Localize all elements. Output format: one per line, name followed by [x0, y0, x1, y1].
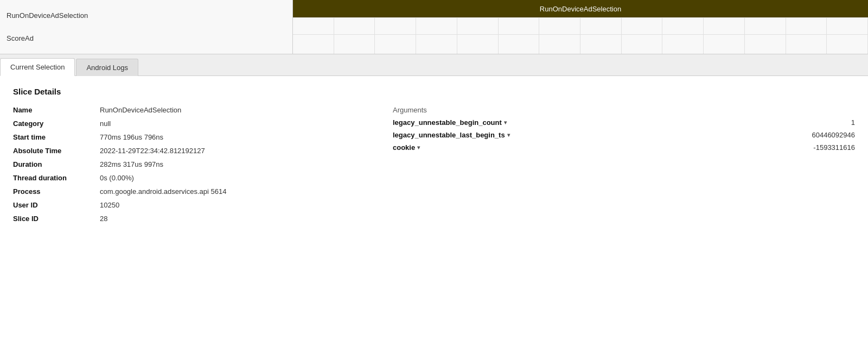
arguments-container: legacy_unnestable_begin_count ▾1legacy_u…: [393, 118, 855, 152]
detail-value: 2022-11-29T22:34:42.812192127: [100, 147, 205, 155]
detail-row: User ID10250: [13, 201, 349, 209]
timeline-row-score[interactable]: ScoreAd: [7, 32, 286, 45]
arg-value: 1: [835, 118, 855, 127]
arg-row: cookie ▾-1593311616: [393, 143, 855, 152]
section-title: Slice Details: [13, 87, 855, 96]
detail-label: Start time: [13, 133, 100, 141]
detail-value: com.google.android.adservices.api 5614: [100, 187, 226, 196]
detail-label: Slice ID: [13, 215, 100, 223]
grid-cell: [457, 18, 499, 34]
details-right: Arguments legacy_unnestable_begin_count …: [393, 106, 855, 228]
detail-value: 28: [100, 215, 107, 223]
tabs-bar: Current Selection Android Logs: [0, 54, 868, 76]
grid-cell: [580, 18, 622, 34]
row2-cell: [499, 34, 540, 54]
row2-cell: [786, 34, 827, 54]
arg-dropdown-icon[interactable]: ▾: [417, 144, 420, 150]
row2-cell: [662, 34, 704, 54]
detail-value: 770ms 196us 796ns: [100, 133, 163, 141]
detail-label: Duration: [13, 160, 100, 168]
grid-cell: [662, 18, 704, 34]
row2-cell: [457, 34, 499, 54]
arg-value: -1593311616: [797, 143, 855, 152]
timeline-area: RunOnDeviceAdSelection ScoreAd RunOnDevi…: [0, 0, 868, 54]
row2-cell: [745, 34, 786, 54]
arg-key-text: cookie: [393, 143, 415, 152]
detail-label: Absolute Time: [13, 147, 100, 155]
row2-cell: [375, 34, 416, 54]
main-content: Slice Details NameRunOnDeviceAdSelection…: [0, 76, 868, 239]
timeline-right: RunOnDeviceAdSelection: [293, 0, 868, 54]
tab-android-logs[interactable]: Android Logs: [76, 59, 138, 76]
arg-key: legacy_unnestable_begin_count ▾: [393, 118, 507, 127]
arg-value: 60446092946: [795, 131, 855, 139]
grid-cell: [416, 18, 457, 34]
detail-label: Name: [13, 106, 100, 114]
detail-label: Thread duration: [13, 174, 100, 182]
detail-row: Start time770ms 196us 796ns: [13, 133, 349, 141]
arg-dropdown-icon[interactable]: ▾: [504, 119, 507, 125]
arg-key: cookie ▾: [393, 143, 420, 152]
arg-row: legacy_unnestable_last_begin_ts ▾6044609…: [393, 131, 855, 139]
arg-key-text: legacy_unnestable_begin_count: [393, 118, 502, 127]
arg-key-text: legacy_unnestable_last_begin_ts: [393, 131, 505, 139]
detail-label: Category: [13, 119, 100, 128]
timeline-highlight-bar: RunOnDeviceAdSelection: [293, 0, 868, 17]
detail-label: User ID: [13, 201, 100, 209]
timeline-grid: [293, 17, 868, 34]
timeline-row-run[interactable]: RunOnDeviceAdSelection: [7, 9, 286, 22]
detail-value: 282ms 317us 997ns: [100, 160, 163, 168]
details-outer: NameRunOnDeviceAdSelectionCategorynullSt…: [13, 106, 855, 228]
grid-cell: [622, 18, 663, 34]
detail-row: Categorynull: [13, 119, 349, 128]
row2-cell: [539, 34, 580, 54]
grid-cell: [539, 18, 580, 34]
arg-key: legacy_unnestable_last_begin_ts ▾: [393, 131, 510, 139]
grid-cell: [745, 18, 786, 34]
detail-value: RunOnDeviceAdSelection: [100, 106, 181, 114]
arg-row: legacy_unnestable_begin_count ▾1: [393, 118, 855, 127]
detail-value: 0s (0.00%): [100, 174, 134, 182]
row2-cell: [293, 34, 334, 54]
arg-dropdown-icon[interactable]: ▾: [507, 132, 510, 138]
row2-cell: [334, 34, 375, 54]
row2-cell: [622, 34, 663, 54]
detail-value: null: [100, 119, 111, 128]
detail-value: 10250: [100, 201, 119, 209]
grid-cell: [704, 18, 745, 34]
timeline-row2: [293, 34, 868, 54]
grid-cell: [827, 18, 868, 34]
row2-cell: [704, 34, 745, 54]
grid-cell: [499, 18, 540, 34]
row2-cell: [416, 34, 457, 54]
detail-rows: NameRunOnDeviceAdSelectionCategorynullSt…: [13, 106, 349, 223]
detail-row: Absolute Time2022-11-29T22:34:42.8121921…: [13, 147, 349, 155]
timeline-left: RunOnDeviceAdSelection ScoreAd: [0, 0, 293, 54]
detail-row: Duration282ms 317us 997ns: [13, 160, 349, 168]
details-left: NameRunOnDeviceAdSelectionCategorynullSt…: [13, 106, 349, 228]
grid-cell: [786, 18, 827, 34]
detail-label: Process: [13, 187, 100, 196]
detail-row: NameRunOnDeviceAdSelection: [13, 106, 349, 114]
detail-row: Thread duration0s (0.00%): [13, 174, 349, 182]
row2-cell: [580, 34, 622, 54]
grid-cell: [293, 18, 334, 34]
tab-current-selection[interactable]: Current Selection: [0, 58, 75, 76]
row2-cell: [827, 34, 868, 54]
detail-row: Slice ID28: [13, 215, 349, 223]
grid-cell: [334, 18, 375, 34]
detail-row: Processcom.google.android.adservices.api…: [13, 187, 349, 196]
arguments-title: Arguments: [393, 106, 855, 114]
grid-cell: [375, 18, 416, 34]
